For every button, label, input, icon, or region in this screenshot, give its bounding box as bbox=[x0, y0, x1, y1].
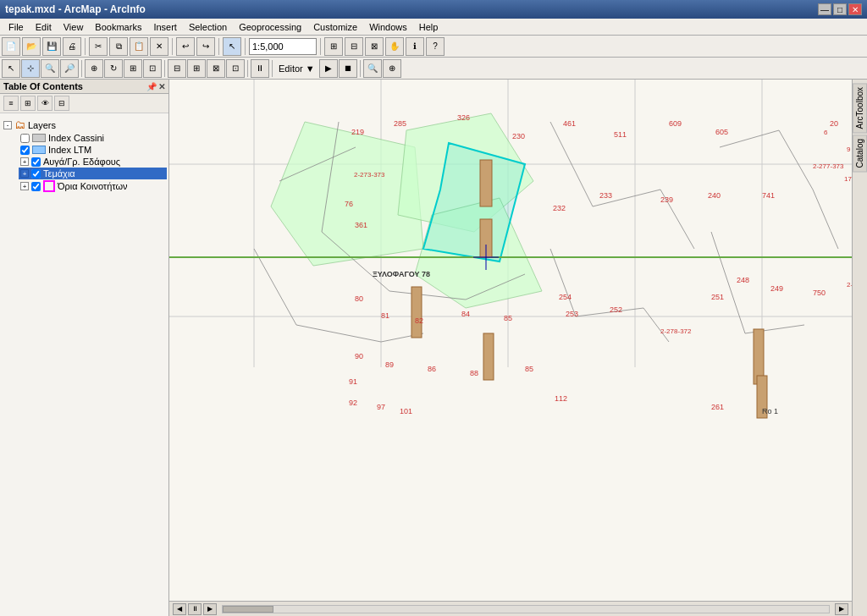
layer-oria-expand[interactable]: + bbox=[20, 182, 29, 190]
help-button[interactable]: ? bbox=[426, 37, 445, 56]
open-button[interactable]: 📂 bbox=[22, 37, 41, 56]
coord-button[interactable]: ⊕ bbox=[383, 59, 401, 78]
sep3 bbox=[218, 38, 219, 55]
pause-button[interactable]: ⏸ bbox=[251, 59, 269, 78]
print-button[interactable]: 🖨 bbox=[63, 37, 81, 56]
search-button[interactable]: 🔍 bbox=[363, 59, 382, 78]
snap-button[interactable]: ⊟ bbox=[168, 59, 186, 78]
window-controls: — □ ✕ bbox=[818, 3, 862, 15]
svg-text:2-273-373: 2-273-373 bbox=[354, 171, 385, 179]
maximize-button[interactable]: □ bbox=[833, 3, 847, 15]
menu-item-file[interactable]: File bbox=[3, 21, 29, 33]
edit-tool-button[interactable]: ⊹ bbox=[21, 59, 40, 78]
layer-temaxia[interactable]: + Τεμάχια bbox=[19, 168, 167, 179]
svg-text:76: 76 bbox=[345, 200, 353, 208]
map-left-button[interactable]: ◀ bbox=[173, 603, 186, 615]
new-button[interactable]: 📄 bbox=[2, 37, 20, 56]
save-button[interactable]: 💾 bbox=[42, 37, 61, 56]
svg-text:251: 251 bbox=[711, 293, 724, 301]
svg-rect-33 bbox=[480, 160, 492, 206]
menu-item-geoprocessing[interactable]: Geoprocessing bbox=[234, 21, 306, 33]
map-area[interactable]: ΞΥΛΟΦΑΓΟΥ 78 219 285 326 230 461 511 609… bbox=[169, 80, 852, 616]
svg-text:92: 92 bbox=[349, 399, 357, 407]
copy-button[interactable]: ⧉ bbox=[109, 37, 128, 56]
svg-text:511: 511 bbox=[614, 130, 627, 139]
undo-button[interactable]: ↩ bbox=[176, 37, 195, 56]
sep4 bbox=[245, 38, 246, 55]
toc-source-view-button[interactable]: ⊞ bbox=[20, 96, 36, 111]
layer-ltm-checkbox[interactable] bbox=[20, 146, 30, 155]
layer-avga-checkbox[interactable] bbox=[31, 157, 41, 167]
delete-button[interactable]: ✕ bbox=[150, 37, 168, 56]
paste-button[interactable]: 📋 bbox=[130, 37, 148, 56]
layer-temaxia-expand[interactable]: + bbox=[20, 169, 29, 178]
sep8 bbox=[247, 60, 248, 77]
zoom-in-button[interactable]: 🔍 bbox=[41, 59, 59, 78]
catalog-tab[interactable]: Catalog bbox=[853, 135, 867, 172]
menu-item-customize[interactable]: Customize bbox=[308, 21, 362, 33]
layers-expand[interactable]: - bbox=[3, 121, 12, 129]
scale-input[interactable]: 1:5,000 bbox=[249, 38, 317, 55]
menu-item-insert[interactable]: Insert bbox=[148, 21, 182, 33]
layer-avga[interactable]: + Αυγά/Γρ. Εδάφους bbox=[19, 156, 167, 168]
svg-text:20: 20 bbox=[830, 119, 838, 128]
menu-item-bookmarks[interactable]: Bookmarks bbox=[90, 21, 146, 33]
editor-stop-button[interactable]: ⏹ bbox=[339, 59, 357, 78]
sep1 bbox=[85, 38, 86, 55]
layer-index-cassini[interactable]: Index Cassini bbox=[19, 132, 167, 144]
arctoolbox-tab[interactable]: ArcToolbox bbox=[853, 83, 867, 133]
close-button[interactable]: ✕ bbox=[848, 3, 862, 15]
sep2 bbox=[172, 38, 173, 55]
toc-controls: 📌 ✕ bbox=[146, 82, 165, 91]
layer-oria[interactable]: + Όρια Κοινοτήτων bbox=[19, 179, 167, 193]
map-scrollbar[interactable] bbox=[222, 605, 830, 613]
menu-item-selection[interactable]: Selection bbox=[184, 21, 232, 33]
scale-button[interactable]: ⊞ bbox=[124, 59, 142, 78]
map-pause-button[interactable]: ⏸ bbox=[188, 603, 202, 615]
rotate-button[interactable]: ↻ bbox=[104, 59, 123, 78]
map-scrollbar-thumb[interactable] bbox=[223, 606, 273, 613]
toc-list-view-button[interactable]: ≡ bbox=[3, 96, 19, 111]
zoom-next-button[interactable]: ⊠ bbox=[365, 37, 384, 56]
node-button[interactable]: ⊞ bbox=[187, 59, 206, 78]
mirror-button[interactable]: ⊡ bbox=[143, 59, 162, 78]
layer-avga-expand[interactable]: + bbox=[20, 157, 29, 166]
layer-oria-checkbox[interactable] bbox=[31, 182, 41, 191]
zoom-full-button[interactable]: ⊞ bbox=[324, 37, 343, 56]
move-button[interactable]: ⊕ bbox=[85, 59, 103, 78]
menu-item-help[interactable]: Help bbox=[414, 21, 444, 33]
zoom-prev-button[interactable]: ⊟ bbox=[345, 37, 363, 56]
minimize-button[interactable]: — bbox=[818, 3, 831, 15]
menu-item-view[interactable]: View bbox=[58, 21, 89, 33]
svg-text:248: 248 bbox=[737, 276, 749, 284]
zoom-out-button[interactable]: 🔎 bbox=[60, 59, 79, 78]
layer-temaxia-checkbox[interactable] bbox=[31, 169, 41, 179]
layers-folder-icon: 🗂 bbox=[14, 118, 25, 131]
reshape-button[interactable]: ⊠ bbox=[207, 59, 225, 78]
editor-play-button[interactable]: ▶ bbox=[319, 59, 338, 78]
map-right-button[interactable]: ▶ bbox=[203, 603, 217, 615]
layer-temaxia-label: Τεμάχια bbox=[43, 168, 75, 179]
split-button[interactable]: ⊡ bbox=[226, 59, 245, 78]
svg-text:2-277-372: 2-277-372 bbox=[847, 281, 852, 289]
layer-cassini-checkbox[interactable] bbox=[20, 134, 30, 143]
toc-pin-button[interactable]: 📌 bbox=[146, 82, 157, 91]
redo-button[interactable]: ↪ bbox=[196, 37, 215, 56]
svg-text:605: 605 bbox=[715, 128, 728, 136]
cursor-button[interactable]: ↖ bbox=[223, 37, 241, 56]
menu-item-edit[interactable]: Edit bbox=[30, 21, 57, 33]
cut-button[interactable]: ✂ bbox=[89, 37, 108, 56]
layers-root[interactable]: - 🗂 Layers bbox=[2, 118, 167, 132]
layer-index-ltm[interactable]: Index LTM bbox=[19, 144, 167, 156]
map-end-button[interactable]: ▶ bbox=[835, 603, 848, 615]
toc-visibility-button[interactable]: 👁 bbox=[37, 96, 52, 111]
toc-options-button[interactable]: ⊟ bbox=[54, 96, 69, 111]
identify-button[interactable]: ℹ bbox=[406, 37, 424, 56]
map-canvas[interactable]: ΞΥΛΟΦΑΓΟΥ 78 219 285 326 230 461 511 609… bbox=[169, 80, 852, 616]
menu-item-windows[interactable]: Windows bbox=[364, 21, 412, 33]
toc-close-button[interactable]: ✕ bbox=[158, 82, 165, 91]
svg-text:17: 17 bbox=[844, 175, 852, 183]
pan-button[interactable]: ✋ bbox=[385, 37, 404, 56]
svg-text:91: 91 bbox=[349, 377, 357, 386]
select-button[interactable]: ↖ bbox=[2, 59, 20, 78]
